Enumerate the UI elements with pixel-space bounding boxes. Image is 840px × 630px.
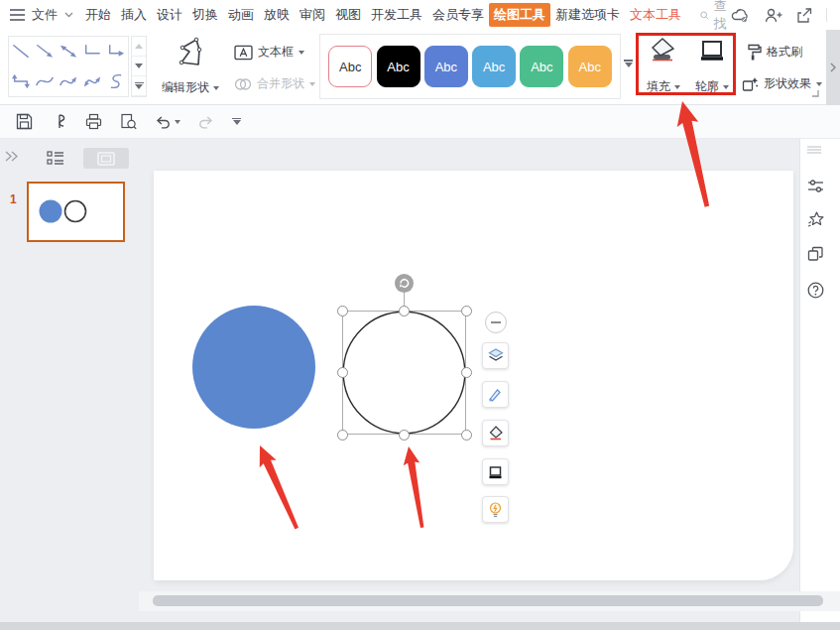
status-bar-edge — [0, 622, 840, 630]
brush-icon — [488, 387, 503, 402]
shape-style-swatch[interactable]: Abc — [424, 46, 468, 87]
save-icon[interactable] — [16, 113, 33, 130]
expand-panel-icon[interactable] — [5, 151, 19, 162]
switch-windows-icon[interactable] — [807, 246, 824, 262]
dialog-launcher-icon[interactable] — [811, 89, 819, 97]
horizontal-scrollbar-thumb[interactable] — [153, 595, 823, 606]
outline-icon — [698, 38, 726, 63]
collapse-mini-toolbar-button[interactable] — [485, 312, 507, 333]
outlined-circle-shape[interactable] — [342, 311, 466, 435]
elbow-double-arrow-tool-icon[interactable] — [9, 66, 33, 96]
print-icon[interactable] — [85, 113, 102, 130]
smart-recommend-button[interactable] — [482, 496, 509, 523]
tab-membership[interactable]: 会员专享 — [427, 3, 489, 27]
style-brush-button[interactable] — [482, 381, 509, 408]
resize-handle-ne[interactable] — [461, 306, 472, 316]
gallery-more-button[interactable] — [132, 76, 146, 96]
double-arrow-line-tool-icon[interactable] — [57, 37, 80, 66]
ribbon-expand-strip[interactable] — [826, 30, 840, 105]
tab-slideshow[interactable]: 放映 — [259, 3, 295, 27]
merge-shapes-icon — [234, 77, 252, 91]
shape-effects-label: 形状效果 — [764, 75, 811, 92]
tab-new-tab[interactable]: 新建选项卡 — [550, 3, 625, 27]
gallery-scroll-down-button[interactable] — [132, 57, 146, 76]
shape-style-swatch[interactable]: Abc — [472, 46, 516, 87]
slide-number: 1 — [10, 192, 17, 206]
curve-double-arrow-tool-icon[interactable] — [80, 66, 104, 96]
arrow-line-tool-icon[interactable] — [33, 37, 57, 66]
shape-effects-button[interactable]: 形状效果 — [742, 75, 822, 92]
lightbulb-icon — [489, 502, 502, 518]
tab-review[interactable]: 审阅 — [295, 3, 330, 27]
rotate-icon — [399, 278, 410, 289]
chevron-down-icon[interactable] — [64, 12, 73, 18]
export-icon[interactable] — [51, 113, 67, 130]
shape-style-swatch[interactable]: Abc — [568, 46, 612, 87]
shape-style-swatch[interactable]: Abc — [328, 46, 372, 87]
resize-handle-e[interactable] — [461, 367, 472, 378]
minus-icon — [491, 321, 501, 323]
tab-transition[interactable]: 切换 — [187, 3, 223, 27]
chevron-down-icon — [674, 85, 680, 89]
tab-design[interactable]: 设计 — [152, 3, 187, 27]
edit-shape-button[interactable]: 编辑形状 — [153, 37, 228, 96]
fill-color-button[interactable] — [482, 420, 509, 446]
slide-thumbnail[interactable] — [27, 182, 125, 242]
tab-text-tools[interactable]: 文本工具 — [625, 3, 686, 27]
elbow-arrow-connector-tool-icon[interactable] — [104, 37, 128, 66]
curve-arrow-tool-icon[interactable] — [57, 66, 80, 96]
print-preview-icon[interactable] — [120, 113, 137, 130]
tab-home[interactable]: 开始 — [80, 3, 116, 27]
menu-file[interactable]: 文件 — [32, 6, 58, 24]
outline-color-button[interactable] — [482, 458, 509, 485]
tab-insert[interactable]: 插入 — [116, 3, 152, 27]
shape-style-swatch[interactable]: Abc — [520, 46, 563, 87]
slide-canvas[interactable] — [154, 171, 793, 580]
fill-button[interactable]: 填充 — [643, 38, 684, 95]
presentation-app-window: 文件 开始 插入 设计 切换 动画 放映 审阅 视图 开发工具 会员专享 绘图工… — [0, 0, 840, 630]
app-menu-icon[interactable] — [10, 9, 25, 21]
curve-connector-tool-icon[interactable] — [33, 66, 57, 96]
ribbon-drawing-tools: 编辑形状 文本框 合并形状 Abc Abc Abc Abc Abc Abc — [0, 30, 840, 105]
resize-handle-sw[interactable] — [337, 430, 348, 441]
undo-icon — [155, 115, 171, 129]
s-curve-tool-icon[interactable] — [104, 66, 128, 96]
blue-filled-circle-shape[interactable] — [192, 306, 315, 429]
add-user-icon[interactable] — [765, 8, 782, 23]
resize-handle-n[interactable] — [399, 306, 410, 316]
object-properties-icon[interactable] — [807, 179, 824, 193]
line-tool-icon[interactable] — [9, 37, 33, 66]
resize-handle-w[interactable] — [337, 367, 348, 378]
format-painter-button[interactable]: 格式刷 — [746, 44, 802, 61]
text-box-button[interactable]: 文本框 — [234, 44, 304, 61]
effects-star-icon[interactable] — [807, 210, 825, 228]
style-gallery-more-button[interactable] — [624, 60, 633, 67]
chevron-right-icon — [830, 63, 836, 72]
tab-animation[interactable]: 动画 — [223, 3, 259, 27]
search-input[interactable]: 查找 — [700, 0, 731, 33]
rotation-handle[interactable] — [395, 274, 414, 293]
elbow-connector-tool-icon[interactable] — [80, 37, 104, 66]
layer-order-button[interactable] — [482, 342, 509, 369]
tab-drawing-tools[interactable]: 绘图工具 — [489, 3, 550, 27]
merge-shapes-label: 合并形状 — [257, 75, 304, 92]
redo-button[interactable] — [198, 115, 214, 129]
share-icon[interactable] — [796, 8, 812, 23]
tab-view[interactable]: 视图 — [330, 3, 366, 27]
merge-shapes-button[interactable]: 合并形状 — [234, 75, 315, 92]
outline-button[interactable]: 轮廓 — [691, 38, 733, 95]
resize-handle-se[interactable] — [461, 430, 472, 441]
sidebar-drag-handle[interactable] — [807, 146, 821, 154]
cloud-sync-icon[interactable] — [731, 8, 751, 23]
slide-view-button[interactable] — [83, 148, 129, 169]
shape-style-swatch[interactable]: Abc — [377, 46, 420, 87]
outline-view-icon[interactable] — [47, 151, 64, 166]
tab-devtools[interactable]: 开发工具 — [366, 3, 427, 27]
resize-handle-nw[interactable] — [337, 306, 348, 316]
help-icon[interactable] — [807, 282, 824, 299]
undo-button[interactable] — [155, 115, 180, 129]
edit-shape-label: 编辑形状 — [162, 79, 209, 96]
gallery-scroll-up-button[interactable] — [132, 37, 146, 57]
customize-toolbar-button[interactable] — [232, 118, 241, 126]
resize-handle-s[interactable] — [399, 430, 410, 441]
